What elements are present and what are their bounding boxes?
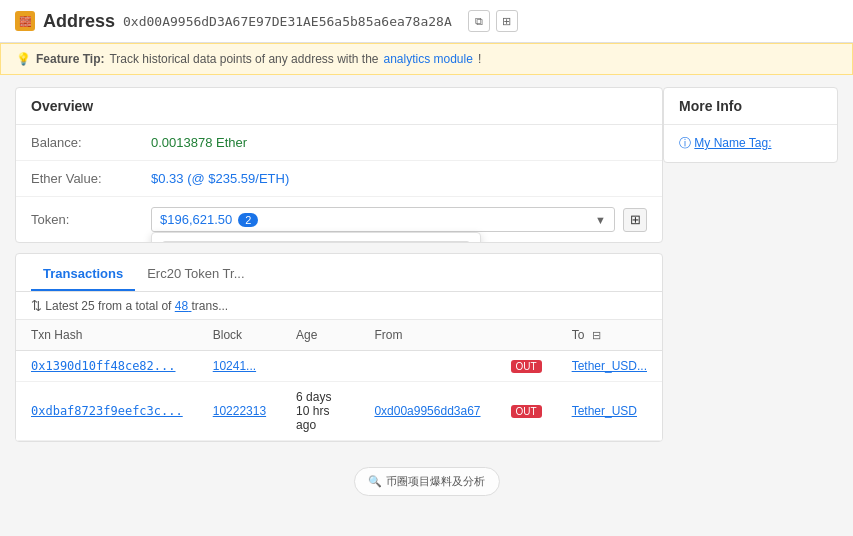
- txn-total-link[interactable]: 48: [175, 299, 192, 313]
- expand-icon: ⊞: [630, 212, 641, 227]
- age-cell-2: 6 days 10 hrs ago: [281, 382, 359, 441]
- tip-suffix: !: [478, 52, 481, 66]
- watermark-icon: 🔍: [368, 475, 382, 487]
- col-dir: [496, 320, 557, 351]
- balance-value: 0.0013878 Ether: [151, 135, 647, 150]
- table-row: 0x1390d10ff48ce82... 10241... OUT Tether…: [16, 351, 662, 382]
- overview-title: Overview: [16, 88, 662, 125]
- dropdown-arrow-icon: ▼: [595, 214, 606, 226]
- block-link-2[interactable]: 10222313: [213, 404, 266, 418]
- col-age-header: Age: [281, 320, 359, 351]
- ether-value-label: Ether Value:: [31, 171, 151, 186]
- txn-hash-link-2[interactable]: 0xdbaf8723f9eefc3c...: [31, 404, 183, 418]
- name-tag-link[interactable]: My Name Tag:: [694, 136, 771, 150]
- help-icon: ⓘ: [679, 136, 691, 150]
- more-info-panel: More Info ⓘ My Name Tag:: [663, 87, 838, 163]
- left-panel: Overview Balance: 0.0013878 Ether Ether …: [15, 87, 663, 442]
- watermark-text: 币圈项目爆料及分析: [386, 475, 485, 487]
- tab-erc20[interactable]: Erc20 Token Tr...: [135, 258, 256, 291]
- col-to: To ⊟: [557, 320, 662, 351]
- tip-prefix: Feature Tip:: [36, 52, 104, 66]
- feature-tip-bar: 💡 Feature Tip: Track historical data poi…: [0, 43, 853, 75]
- col-from: From: [359, 320, 495, 351]
- balance-label: Balance:: [31, 135, 151, 150]
- qr-button[interactable]: ⊞: [496, 10, 518, 32]
- dropdown-search-area: [152, 233, 480, 243]
- token-expand-button[interactable]: ⊞: [623, 208, 647, 232]
- overview-panel: Overview Balance: 0.0013878 Ether Ether …: [15, 87, 663, 243]
- main-content: Overview Balance: 0.0013878 Ether Ether …: [0, 75, 853, 454]
- direction-badge: OUT: [511, 360, 542, 373]
- col-block: Block: [198, 320, 281, 351]
- table-row: 0xdbaf8723f9eefc3c... 10222313 6 days 10…: [16, 382, 662, 441]
- table-header-row: Txn Hash Block Age From To ⊟: [16, 320, 662, 351]
- token-dropdown-wrapper: $196,621.50 2 ▼ ▶: [151, 207, 615, 232]
- sort-icon-prefix: ⇅: [31, 298, 42, 313]
- header: 🧱 Address 0xd00A9956dD3A67E97DE31AE56a5b…: [0, 0, 853, 43]
- token-row: Token: $196,621.50 2 ▼: [16, 197, 662, 242]
- ether-value-row: Ether Value: $0.33 (@ $235.59/ETH): [16, 161, 662, 197]
- token-label: Token:: [31, 212, 151, 227]
- to-link-2[interactable]: Tether_USD: [572, 404, 637, 418]
- address-icon: 🧱: [15, 11, 35, 31]
- txn-suffix: trans...: [191, 299, 228, 313]
- txn-count-info: ⇅ Latest 25 from a total of 48 trans...: [16, 292, 662, 320]
- tip-text: Track historical data points of any addr…: [109, 52, 378, 66]
- to-link[interactable]: Tether_USD...: [572, 359, 647, 373]
- tip-icon: 💡: [16, 52, 31, 66]
- from-link-2[interactable]: 0xd00a9956dd3a67: [374, 404, 480, 418]
- direction-badge-2: OUT: [511, 405, 542, 418]
- token-count-badge: 2: [238, 213, 258, 227]
- token-select-value: $196,621.50: [160, 212, 232, 227]
- filter-icon[interactable]: ⊟: [592, 329, 601, 341]
- txn-hash-link[interactable]: 0x1390d10ff48ce82...: [31, 359, 176, 373]
- token-search-input[interactable]: [162, 241, 470, 243]
- transactions-table: Txn Hash Block Age From To ⊟: [16, 320, 662, 441]
- address-value: 0xd00A9956dD3A67E97DE31AE56a5b85a6ea78a2…: [123, 14, 452, 29]
- txn-prefix: Latest 25 from a total of: [45, 299, 174, 313]
- col-txn-hash: Txn Hash: [16, 320, 198, 351]
- analytics-link[interactable]: analytics module: [384, 52, 473, 66]
- tab-transactions[interactable]: Transactions: [31, 258, 135, 291]
- more-info-title: More Info: [664, 88, 837, 125]
- age-cell: [281, 351, 359, 382]
- token-dropdown-area: $196,621.50 2 ▼ ▶: [151, 207, 647, 232]
- page-container: 🧱 Address 0xd00A9956dD3A67E97DE31AE56a5b…: [0, 0, 853, 536]
- page-title: Address: [43, 11, 115, 32]
- token-dropdown-popup: ▶ ERC-20 Tokens (2) ⇅: [151, 232, 481, 243]
- copy-button[interactable]: ⧉: [468, 10, 490, 32]
- more-info-content: ⓘ My Name Tag:: [664, 125, 837, 162]
- header-icon-group: ⧉ ⊞: [468, 10, 518, 32]
- ether-value: $0.33 (@ $235.59/ETH): [151, 171, 647, 186]
- watermark: 🔍 币圈项目爆料及分析: [353, 467, 499, 496]
- token-select-button[interactable]: $196,621.50 2 ▼: [151, 207, 615, 232]
- transactions-panel: Transactions Erc20 Token Tr... ⇅ Latest …: [15, 253, 663, 442]
- block-link[interactable]: 10241...: [213, 359, 256, 373]
- balance-row: Balance: 0.0013878 Ether: [16, 125, 662, 161]
- tabs-bar: Transactions Erc20 Token Tr...: [16, 258, 662, 292]
